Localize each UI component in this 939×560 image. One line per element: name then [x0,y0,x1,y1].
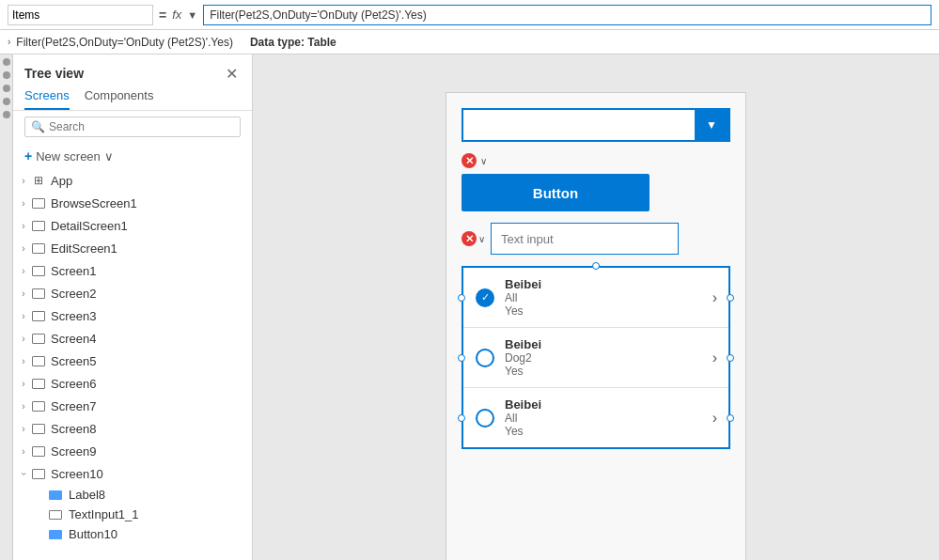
chevron-icon: › [17,243,30,254]
canvas-button[interactable]: Button [462,174,649,211]
tree-item-screen2[interactable]: › Screen2 [13,282,252,304]
tree-item-label: DetailScreen1 [51,219,128,233]
chevron-icon: › [17,401,30,412]
new-screen-button[interactable]: + New screen ∨ [13,145,252,167]
tree-item-editscreen1[interactable]: › EditScreen1 [13,237,252,259]
tree-item-detailscreen1[interactable]: › DetailScreen1 [13,214,252,237]
new-screen-plus-icon: + [24,148,32,163]
search-input[interactable] [49,120,234,133]
fx-label: fx [172,8,181,22]
check-circle [476,409,494,428]
tree-item-screen9[interactable]: › Screen9 [13,440,252,462]
gallery-item-check-icon [475,408,495,428]
chevron-icon: › [17,198,30,209]
gallery-item-content: Beibei Dog2 Yes [505,337,712,378]
screen-icon [30,375,47,392]
chevron-icon: › [17,288,30,299]
screen-icon [30,262,47,279]
gallery-left-handle [458,294,465,302]
left-strip [0,54,13,560]
sub-item-label: Label8 [69,488,105,502]
error-chevron-icon: ∨ [480,156,487,166]
tree-item-label: BrowseScreen1 [51,196,137,210]
gallery-item-1[interactable]: Beibei Dog2 Yes › [463,328,728,388]
gallery-left-handle [458,354,465,362]
formula-hint-bar: › Filter(Pet2S,OnDuty='OnDuty (Pet2S)'.Y… [0,30,939,54]
formula-dropdown-arrow[interactable]: ▼ [187,9,197,21]
tree-item-screen1[interactable]: › Screen1 [13,259,252,282]
tree-item-label: Screen1 [51,264,96,278]
chevron-icon: › [17,356,30,366]
gallery-item-2[interactable]: Beibei All Yes › [463,388,728,447]
tree-item-label: Screen3 [51,309,96,323]
chevron-icon: › [17,221,30,231]
gallery-item-0[interactable]: ✓ Beibei All Yes › [463,268,728,328]
error-chevron-icon: ∨ [478,234,485,244]
tree-sub-item-button10[interactable]: Button10 [13,524,252,544]
screen-icon [30,217,47,234]
left-strip-dot-3 [3,85,10,92]
tree-item-screen7[interactable]: › Screen7 [13,395,252,417]
tree-tabs: Screens Components [13,88,252,111]
check-circle-checked: ✓ [476,288,494,307]
text-input-error-indicator: ✕ ∨ [462,231,485,246]
tree-item-screen8[interactable]: › Screen8 [13,417,252,440]
chevron-icon: › [17,424,30,434]
tree-item-screen3[interactable]: › Screen3 [13,304,252,327]
tree-item-label: Screen5 [51,354,96,368]
left-strip-dot-2 [3,71,10,79]
button-icon [47,528,64,541]
gallery-item-title: Beibei [505,277,712,291]
canvas-text-input[interactable] [491,223,679,255]
tab-screens[interactable]: Screens [24,88,70,110]
screen-icon [30,240,47,257]
screen-icon [30,443,47,459]
chevron-open-icon: › [19,467,29,480]
tree-item-browsescreen1[interactable]: › BrowseScreen1 [13,192,252,214]
left-strip-dot-4 [3,98,10,105]
gallery-item-sub2: Yes [505,365,712,378]
gallery-right-handle [727,354,734,362]
search-icon: 🔍 [31,120,45,133]
gallery-item-sub2: Yes [505,425,712,438]
tree-item-screen10[interactable]: › Screen10 [13,462,252,485]
tree-sub-item-label8[interactable]: Label8 [13,485,252,505]
dropdown-arrow-icon[interactable]: ▼ [695,110,728,140]
tree-close-button[interactable]: ✕ [222,64,241,83]
left-strip-dot-1 [3,58,10,66]
tree-item-screen5[interactable]: › Screen5 [13,350,252,372]
label-icon [47,489,64,502]
chevron-icon: › [17,334,30,344]
formula-bar: = fx ▼ [0,0,939,30]
screen-icon [30,285,47,302]
new-screen-chevron: ∨ [104,149,114,163]
tree-item-app[interactable]: › ⊞ App [13,169,252,192]
screen-icon [30,307,47,324]
canvas-dropdown[interactable]: ▼ [462,108,730,142]
items-input[interactable] [8,5,153,25]
gallery-right-handle [727,414,734,422]
tree-item-screen6[interactable]: › Screen6 [13,372,252,395]
tree-header: Tree view ✕ [13,54,252,88]
hint-text: Filter(Pet2S,OnDuty='OnDuty (Pet2S)'.Yes… [16,36,233,49]
tree-item-label: Screen9 [51,444,96,459]
gallery-item-check-icon: ✓ [475,288,495,308]
tree-search-box: 🔍 [24,117,241,137]
gallery-item-sub1: Dog2 [505,351,712,365]
gallery-right-handle [727,294,734,302]
new-screen-label: New screen [36,149,101,163]
canvas-gallery: ✓ Beibei All Yes › [462,266,730,449]
tree-items-list: › ⊞ App › BrowseScreen1 › DetailScreen1 … [13,169,252,560]
gallery-item-content: Beibei All Yes [505,277,712,318]
main-area: Tree view ✕ Screens Components 🔍 + New s… [0,54,939,560]
tree-sub-item-textinput[interactable]: TextInput1_1 [13,505,252,524]
formula-expression-input[interactable] [203,5,931,25]
error-circle-icon: ✕ [462,153,477,168]
dropdown-input[interactable] [463,110,695,140]
tree-item-screen4[interactable]: › Screen4 [13,327,252,350]
screen-icon [30,420,47,437]
gallery-item-sub1: All [505,412,712,425]
chevron-icon: › [17,379,30,389]
tab-components[interactable]: Components [85,88,154,110]
sub-item-label: Button10 [69,527,117,541]
